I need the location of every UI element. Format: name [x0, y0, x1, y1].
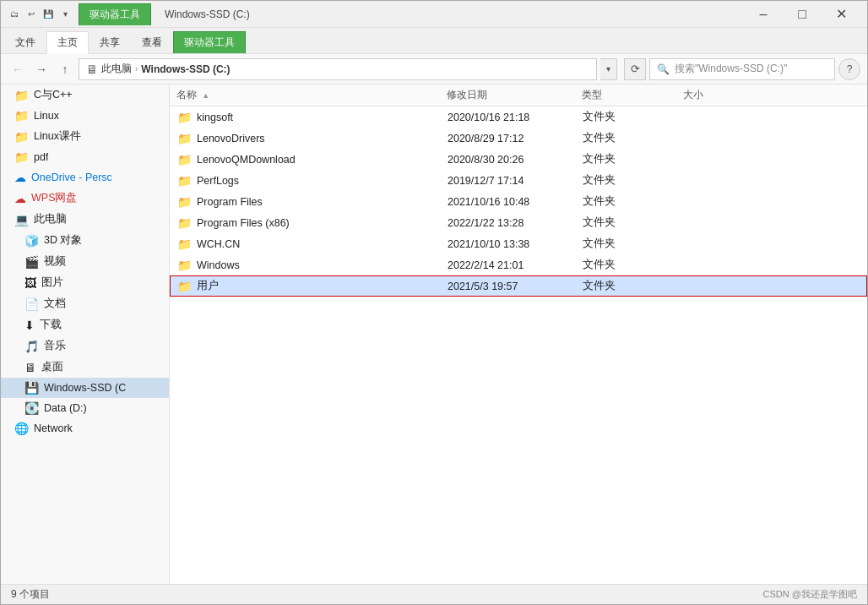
title-bar: 🗂 ↩ 💾 ▾ 驱动器工具 Windows-SSD (C:) – □ ✕	[1, 1, 867, 28]
table-row[interactable]: 📁用户 2021/5/3 19:57 文件夹	[170, 275, 867, 297]
sidebar-item-label: C与C++	[34, 88, 73, 102]
sidebar-item-wps[interactable]: ☁ WPS网盘	[1, 188, 169, 209]
tab-drive-tools[interactable]: 驱动器工具	[173, 31, 246, 53]
sidebar-item-download[interactable]: ⬇ 下载	[1, 314, 169, 335]
sidebar-item-desktop[interactable]: 🖥 桌面	[1, 357, 169, 378]
sidebar-item-cpp[interactable]: 📁 C与C++	[1, 84, 169, 106]
address-path[interactable]: 🖥 此电脑 › Windows-SSD (C:)	[79, 58, 597, 80]
sidebar-item-winssd[interactable]: 💾 Windows-SSD (C	[1, 378, 169, 398]
save-icon[interactable]: 💾	[41, 8, 55, 21]
col-header-name[interactable]: 名称 ▲	[176, 88, 447, 102]
sidebar-item-docs[interactable]: 📄 文档	[1, 293, 169, 314]
folder-icon: 📁	[177, 216, 192, 230]
sidebar-item-video[interactable]: 🎬 视频	[1, 251, 169, 272]
sidebar-item-label: WPS网盘	[31, 191, 77, 205]
sidebar-item-datad[interactable]: 💽 Data (D:)	[1, 398, 169, 418]
sidebar-item-picture[interactable]: 🖼 图片	[1, 272, 169, 293]
col-header-date[interactable]: 修改日期	[447, 88, 582, 102]
col-header-type[interactable]: 类型	[582, 88, 683, 102]
folder-icon: 📁	[177, 259, 192, 272]
up-button[interactable]: ↑	[55, 59, 75, 79]
refresh-button[interactable]: ⟳	[624, 58, 646, 80]
table-row[interactable]: 📁Program Files 2021/10/16 10:48 文件夹	[170, 191, 867, 212]
download-icon: ⬇	[24, 319, 35, 332]
restore-button[interactable]: □	[783, 1, 822, 28]
tab-home[interactable]: 主页	[46, 31, 89, 54]
sidebar-item-label: 文档	[44, 297, 66, 311]
sidebar-item-label: Windows-SSD (C	[44, 382, 126, 394]
sidebar-item-label: 下载	[40, 318, 62, 332]
folder-icon: 📁	[14, 130, 29, 144]
sidebar-item-label: 3D 对象	[44, 233, 82, 248]
sidebar-item-label: Linux课件	[34, 129, 81, 144]
wps-icon: ☁	[14, 192, 26, 205]
file-list: 📁kingsoft 2020/10/16 21:18 文件夹 📁LenovoDr…	[170, 106, 867, 584]
desktop-icon: 🖥	[24, 361, 36, 374]
sidebar-item-label: 此电脑	[34, 212, 67, 226]
app-icon: 🗂	[8, 8, 21, 21]
main-layout: 📁 C与C++ 📁 Linux 📁 Linux课件 📁 pdf ☁ OneDri…	[1, 84, 867, 584]
col-header-size[interactable]: 大小	[683, 88, 860, 102]
path-chevron-1: ›	[135, 64, 138, 74]
file-list-header: 名称 ▲ 修改日期 类型 大小	[170, 84, 867, 106]
window-title: Windows-SSD (C:)	[165, 8, 250, 20]
folder-icon: 📁	[177, 280, 192, 293]
sidebar-item-music[interactable]: 🎵 音乐	[1, 335, 169, 357]
folder-icon: 📁	[14, 150, 29, 164]
ribbon: 文件 主页 共享 查看 驱动器工具	[1, 28, 867, 54]
down-arrow-icon[interactable]: ▾	[58, 8, 72, 21]
folder-icon: 📁	[14, 109, 29, 123]
sidebar-item-label: Network	[34, 422, 73, 434]
search-box[interactable]: 🔍 搜索"Windows-SSD (C:)"	[649, 58, 835, 80]
tab-file[interactable]: 文件	[4, 31, 46, 53]
sidebar-item-linux[interactable]: 📁 Linux	[1, 106, 169, 126]
ribbon-tabs: 文件 主页 共享 查看 驱动器工具	[1, 28, 867, 53]
address-bar: ← → ↑ 🖥 此电脑 › Windows-SSD (C:) ▾ ⟳ 🔍 搜索"…	[1, 54, 867, 84]
folder-icon: 📁	[177, 195, 192, 209]
pc-icon: 💻	[14, 213, 29, 226]
undo-icon[interactable]: ↩	[24, 8, 38, 21]
status-bar: 9 个项目 CSDN @我还是学图吧	[1, 584, 867, 604]
table-row[interactable]: 📁PerfLogs 2019/12/7 17:14 文件夹	[170, 170, 867, 191]
minimize-button[interactable]: –	[744, 1, 783, 28]
sidebar-item-label: 音乐	[44, 339, 66, 353]
close-button[interactable]: ✕	[822, 1, 860, 28]
table-row[interactable]: 📁kingsoft 2020/10/16 21:18 文件夹	[170, 106, 867, 128]
watermark: CSDN @我还是学图吧	[763, 588, 857, 601]
address-dropdown[interactable]: ▾	[600, 58, 617, 80]
title-bar-title: 驱动器工具 Windows-SSD (C:)	[79, 3, 744, 25]
file-area: 名称 ▲ 修改日期 类型 大小 📁kingsoft 2020/10/16 21:…	[170, 84, 867, 584]
sidebar-item-pdf[interactable]: 📁 pdf	[1, 147, 169, 167]
video-icon: 🎬	[24, 255, 39, 269]
folder-icon: 📁	[177, 111, 192, 124]
sidebar-item-network[interactable]: 🌐 Network	[1, 418, 169, 439]
sidebar-item-label: OneDrive - Persc	[31, 172, 112, 183]
folder-icon: 📁	[177, 174, 192, 188]
table-row[interactable]: 📁Program Files (x86) 2022/1/22 13:28 文件夹	[170, 212, 867, 233]
help-button[interactable]: ?	[838, 58, 860, 80]
back-button[interactable]: ←	[8, 59, 28, 79]
forward-button[interactable]: →	[31, 59, 52, 79]
path-pc-icon: 🖥	[86, 63, 98, 76]
path-segment-drive: Windows-SSD (C:)	[141, 63, 230, 75]
tab-view[interactable]: 查看	[131, 31, 173, 53]
music-icon: 🎵	[24, 340, 39, 353]
3d-icon: 🧊	[24, 234, 39, 248]
picture-icon: 🖼	[24, 276, 36, 290]
title-bar-icons: 🗂 ↩ 💾 ▾	[8, 8, 72, 21]
table-row[interactable]: 📁WCH.CN 2021/10/10 13:38 文件夹	[170, 233, 867, 254]
active-ribbon-tab[interactable]: 驱动器工具	[79, 3, 151, 25]
sidebar-item-linux-course[interactable]: 📁 Linux课件	[1, 126, 169, 147]
table-row[interactable]: 📁LenovoDrivers 2020/8/29 17:12 文件夹	[170, 128, 867, 149]
table-row[interactable]: 📁LenovoQMDownload 2020/8/30 20:26 文件夹	[170, 149, 867, 170]
sidebar: 📁 C与C++ 📁 Linux 📁 Linux课件 📁 pdf ☁ OneDri…	[1, 84, 170, 584]
drive-icon: 💾	[24, 381, 39, 395]
sidebar-item-thispc[interactable]: 💻 此电脑	[1, 209, 169, 230]
window-controls: – □ ✕	[744, 1, 860, 28]
sort-arrow: ▲	[202, 91, 209, 100]
sidebar-item-3d[interactable]: 🧊 3D 对象	[1, 230, 169, 251]
tab-share[interactable]: 共享	[89, 31, 131, 53]
table-row[interactable]: 📁Windows 2022/2/14 21:01 文件夹	[170, 254, 867, 275]
path-segment-pc: 此电脑	[101, 62, 132, 76]
sidebar-item-onedrive[interactable]: ☁ OneDrive - Persc	[1, 167, 169, 188]
